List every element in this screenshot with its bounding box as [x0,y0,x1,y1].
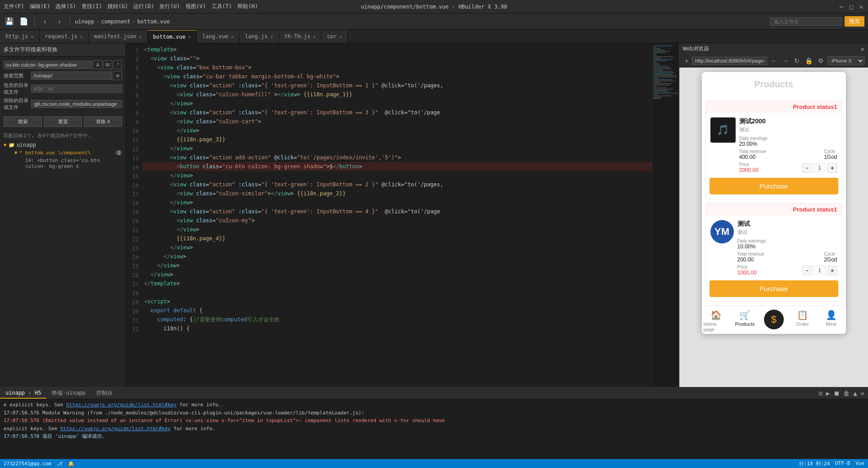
breadcrumb-part[interactable]: uinapp [75,18,94,25]
close-panel-icon[interactable]: ✕ [861,390,864,397]
code-content[interactable]: <template> <view class=""> <view class="… [142,45,652,385]
purchase-button-0[interactable]: Purchase [710,178,838,194]
maximize-button[interactable]: □ [848,4,854,10]
qty-decrease-1[interactable]: - [802,266,812,275]
tab-lang-js[interactable]: lang.js✕ [240,30,279,43]
breadcrumb-part[interactable]: bottom.vue [137,18,170,25]
terminal-icon[interactable]: ⊡ [818,390,822,397]
source-control-icon: ⎇ [57,461,63,467]
clear-icon[interactable]: 🗑 [843,390,850,397]
reset-button[interactable]: 重置 [44,117,82,127]
qty-decrease-0[interactable]: - [802,163,812,173]
exclude-input[interactable] [31,100,122,108]
log-line: 17:07:50.576 Module Warning (from ./node… [4,409,864,417]
menu-item[interactable]: 编辑(E) [30,3,50,10]
nav-home[interactable]: 🏠 Home page [702,306,731,334]
tab-th-th-js[interactable]: th-TH.js✕ [279,30,322,43]
product-image-icon-1: YM [714,226,729,238]
daily-earnings-label-1: Daily earnings [737,238,766,243]
tab-http-js[interactable]: http.js✕ [0,30,40,43]
log-text: e explicit keys. See [4,402,66,408]
preview-button[interactable]: 预览 [845,16,864,27]
device-selector[interactable]: iPhone X iPhone SE iPad [827,56,864,65]
browser-back-button[interactable]: ← [769,56,779,65]
qty-increase-1[interactable]: + [827,266,837,275]
folder-expand-icon: ▼ [4,142,7,148]
menu-item[interactable]: 跳转(G) [108,3,128,10]
window-controls[interactable]: ─ □ ✕ [838,4,864,10]
collapse-icon[interactable]: ▲ [853,390,857,397]
qty-control-0: - 1 + [802,162,837,173]
tree-match-item[interactable]: 14: <button class='cu-btn culcon- bg-gre… [22,157,126,170]
language-status: Vue [855,460,864,467]
file-search-input[interactable] [770,18,842,26]
folder-icon: 📁 [9,142,15,148]
browser-lock-button[interactable]: 🔒 [803,56,814,65]
browser-forward-button[interactable]: → [781,56,791,65]
phone-container: Products Product status1 🎵 测试2000 测试 [679,68,868,387]
breadcrumb-part[interactable]: component [101,18,131,25]
bottom-tab-h5[interactable]: uinapp - H5 [0,387,46,399]
menu-bar[interactable]: 文件(F) 编辑(E) 选择(S) 查找(I) 跳转(G) 运行(D) 发行(U… [4,3,258,10]
case-sensitive-button[interactable]: A [93,60,102,69]
play-icon[interactable]: ▶ [826,390,830,397]
scope-input[interactable] [31,72,112,80]
purchase-button-1[interactable]: Purchase [710,280,838,297]
qty-control-1: - 1 + [802,265,837,276]
scope-settings-button[interactable]: ⚙ [113,71,122,80]
price-label-0: Price [739,162,759,167]
tab-bottom-vue[interactable]: bottom.vue✕ [148,30,197,43]
menu-item[interactable]: 查找(I) [81,3,102,10]
menu-item[interactable]: 文件(F) [4,3,24,10]
nav-products[interactable]: 🛒 Products [731,306,760,334]
mine-icon: 👤 [826,310,837,320]
menu-item[interactable]: 选择(S) [55,3,76,10]
forward-button[interactable]: › [54,16,65,27]
save-button[interactable]: 💾 [4,16,15,27]
tree-file-node[interactable]: ▼ * bottom.vue \component\ 1 [11,149,126,157]
tree-root-node[interactable]: ▼ 📁 uinapp [0,141,126,149]
close-button[interactable]: ✕ [858,4,864,10]
nav-mine[interactable]: 👤 Mine [817,306,846,334]
new-file-button[interactable]: 📄 [18,16,30,27]
browser-close-button[interactable]: ✕ [861,45,864,53]
menu-item[interactable]: 发行(U) [159,3,180,10]
stop-icon[interactable]: ⏹ [833,390,840,397]
daily-earnings-label-0: Daily earnings [739,136,768,141]
log-link[interactable]: https://vuejs.org/guide/list.html#key [60,426,171,432]
browser-toolbar: + ← → ↻ 🔒 ⚙ iPhone X iPhone SE iPad [679,54,868,68]
tab-request-js[interactable]: request.js✕ [40,30,89,43]
url-bar[interactable] [692,57,767,65]
search-button[interactable]: 搜索 [4,117,42,127]
log-text: 17:07:50.576 Module Warning (from ./node… [4,410,364,416]
menu-item[interactable]: 帮助(H) [237,3,258,10]
include-files-input[interactable] [31,85,122,93]
word-match-button[interactable]: W [103,60,112,69]
menu-item[interactable]: 工具(T) [212,3,232,10]
menu-item[interactable]: 运行(D) [133,3,154,10]
log-link[interactable]: https://vuejs.org/guide/list.html#key [66,402,176,408]
back-button[interactable]: ‹ [39,16,51,27]
nav-center[interactable]: $ [760,306,788,334]
tab-cor[interactable]: cor✕ [321,30,348,43]
search-input[interactable] [4,61,92,69]
tab-lang-vue[interactable]: lang.vue✕ [197,30,240,43]
tab-manifest-json[interactable]: manifest.json✕ [89,30,148,43]
replace-button[interactable]: 替换 4 [84,117,122,127]
regex-button[interactable]: .* [113,60,122,69]
browser-refresh-button[interactable]: ↻ [792,56,801,65]
qty-increase-0[interactable]: + [827,163,837,173]
toolbar-separator [34,17,35,26]
bottom-tab-terminal[interactable]: 终端-uinapp [46,387,91,399]
nav-mine-label: Mine [826,321,837,327]
code-area[interactable]: 1234567891011121314151617181920212223242… [126,43,679,387]
nav-order[interactable]: 📋 Order [788,306,817,334]
product-image-1: YM [710,220,734,243]
browser-settings-button[interactable]: ⚙ [816,56,826,65]
minimize-button[interactable]: ─ [838,4,845,10]
browser-new-tab-button[interactable]: + [683,56,690,65]
product-sub-1: 测试 [737,229,837,236]
menu-item[interactable]: 视图(V) [185,3,206,10]
cursor-position: 行:18 列:24 [799,460,830,467]
bottom-tab-console[interactable]: 控制台 [91,387,118,399]
